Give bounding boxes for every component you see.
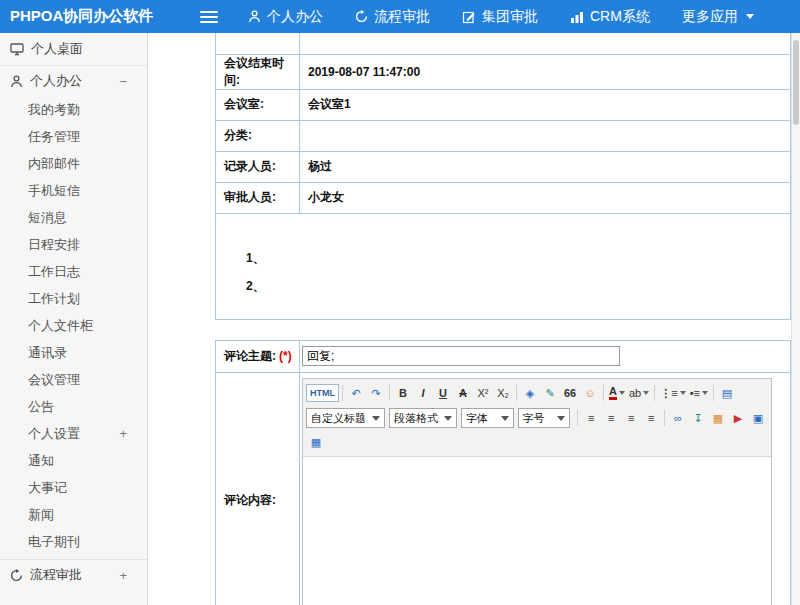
chevron-down-icon	[746, 14, 754, 19]
highlight-color-icon[interactable]: ab	[627, 383, 651, 403]
link-icon[interactable]: ∞	[668, 408, 688, 428]
nav-label: CRM系统	[590, 8, 650, 26]
sidebar-item-label: 工作计划	[28, 290, 80, 308]
nav-crm-system[interactable]: CRM系统	[570, 8, 650, 26]
unordered-list-icon[interactable]: •≡	[688, 383, 710, 403]
form-value: 会议室1	[300, 89, 791, 120]
table-row-partial	[216, 33, 791, 54]
font-family-dropdown[interactable]: 字体	[461, 408, 514, 428]
page-break-icon[interactable]: ▤	[717, 383, 737, 403]
subscript-icon[interactable]: X₂	[493, 383, 513, 403]
emoticon-icon[interactable]: ☺	[580, 383, 600, 403]
required-mark: (*)	[279, 349, 292, 363]
superscript-icon[interactable]: X²	[473, 383, 493, 403]
sidebar-item-label: 短消息	[28, 209, 67, 227]
sidebar-item-short-message[interactable]: 短消息	[0, 204, 147, 231]
image-icon[interactable]: ▦	[708, 408, 728, 428]
vertical-scrollbar[interactable]	[791, 33, 800, 605]
form-label: 审批人员:	[216, 182, 300, 213]
nav-group-approval[interactable]: 集团审批	[462, 8, 538, 26]
sidebar-item-file-cabinet[interactable]: 个人文件柜	[0, 312, 147, 339]
sidebar-item-memorabilia[interactable]: 大事记	[0, 474, 147, 501]
sidebar-item-meetings[interactable]: 会议管理	[0, 366, 147, 393]
html-source-button[interactable]: HTML	[306, 384, 339, 402]
sidebar-item-e-journal[interactable]: 电子期刊	[0, 528, 147, 555]
italic-icon[interactable]: I	[413, 383, 433, 403]
comment-content-editor-area[interactable]	[303, 457, 771, 605]
collapse-icon[interactable]: −	[119, 74, 147, 89]
anchor-icon[interactable]: ↧	[688, 408, 708, 428]
chevron-down-icon	[643, 391, 649, 395]
flash-icon[interactable]: ▶	[728, 408, 748, 428]
hamburger-bar	[200, 11, 218, 13]
sidebar-item-sms[interactable]: 手机短信	[0, 177, 147, 204]
heading-style-dropdown[interactable]: 自定义标题	[306, 408, 385, 428]
bold-icon[interactable]: B	[393, 383, 413, 403]
redo-icon[interactable]: ↷	[366, 383, 386, 403]
form-value: 杨过	[300, 151, 791, 182]
sidebar-item-tasks[interactable]: 任务管理	[0, 123, 147, 150]
sidebar-item-contacts[interactable]: 通讯录	[0, 339, 147, 366]
nav-process-approval[interactable]: 流程审批	[355, 8, 430, 26]
save-icon[interactable]: ▣	[748, 408, 768, 428]
dropdown-label: 字号	[523, 411, 545, 426]
remove-format-icon[interactable]: ◈	[520, 383, 540, 403]
sidebar-item-work-log[interactable]: 工作日志	[0, 258, 147, 285]
app-logo[interactable]: PHPOA协同办公软件	[0, 7, 186, 26]
sidebar-item-internal-mail[interactable]: 内部邮件	[0, 150, 147, 177]
person-icon	[10, 75, 23, 88]
dropdown-label: 段落格式	[394, 411, 438, 426]
toolbar-separator	[577, 410, 578, 426]
sidebar-item-attendance[interactable]: 我的考勤	[0, 96, 147, 123]
chevron-down-icon	[372, 416, 380, 421]
form-label: 会议室:	[216, 89, 300, 120]
align-right-icon[interactable]: ≡	[621, 408, 641, 428]
highlight-glyph: ab	[629, 388, 641, 399]
table-row: 审批人员: 小龙女	[216, 182, 791, 213]
strikethrough-icon[interactable]: A	[453, 383, 473, 403]
sidebar-item-label: 电子期刊	[28, 533, 80, 551]
scrollbar-thumb[interactable]	[793, 40, 799, 125]
hamburger-bar	[200, 21, 218, 23]
sidebar-section-process-approval[interactable]: 流程审批 +	[0, 560, 147, 590]
underline-icon[interactable]: U	[433, 383, 453, 403]
expand-icon[interactable]: +	[119, 426, 147, 441]
nav-more-apps[interactable]: 更多应用	[682, 8, 754, 26]
process-cycle-icon	[355, 10, 368, 23]
ordered-list-icon[interactable]: ⋮≡	[658, 383, 687, 403]
table-row-content: 1、 2、	[216, 213, 791, 319]
sidebar-item-work-plan[interactable]: 工作计划	[0, 285, 147, 312]
sidebar-section-personal-office[interactable]: 个人办公 −	[0, 66, 147, 96]
bar-chart-icon	[570, 10, 584, 24]
font-size-dropdown[interactable]: 字号	[518, 408, 571, 428]
sidebar-item-announcements[interactable]: 公告	[0, 393, 147, 420]
format-brush-icon[interactable]: ✎	[540, 383, 560, 403]
ordered-list-glyph: ⋮≡	[660, 388, 677, 399]
sidebar-item-label: 会议管理	[28, 371, 80, 389]
font-color-icon[interactable]: A	[607, 383, 627, 403]
hamburger-icon[interactable]	[200, 11, 218, 23]
sidebar-item-desktop[interactable]: 个人桌面	[0, 33, 147, 66]
sidebar-item-notifications[interactable]: 通知	[0, 447, 147, 474]
comment-subject-input[interactable]	[302, 346, 620, 366]
sidebar-item-news[interactable]: 新闻	[0, 501, 147, 528]
toolbar-separator	[603, 385, 604, 401]
table-icon[interactable]: ▦	[306, 432, 326, 452]
nav-personal-office[interactable]: 个人办公	[248, 8, 323, 26]
sidebar-item-personal-settings[interactable]: 个人设置 +	[0, 420, 147, 447]
toolbar-row-3: ▦	[306, 431, 768, 454]
align-center-icon[interactable]: ≡	[601, 408, 621, 428]
paragraph-format-dropdown[interactable]: 段落格式	[389, 408, 457, 428]
expand-icon[interactable]: +	[119, 568, 147, 583]
blockquote-icon[interactable]: 66	[560, 383, 580, 403]
align-left-icon[interactable]: ≡	[581, 408, 601, 428]
undo-icon[interactable]: ↶	[346, 383, 366, 403]
form-label: 会议结束时间:	[216, 54, 300, 89]
comment-content-label-cell: 评论内容:	[216, 372, 300, 605]
sidebar-item-schedule[interactable]: 日程安排	[0, 231, 147, 258]
sidebar-item-label: 任务管理	[28, 128, 80, 146]
toolbar-row-1: HTML ↶ ↷ B I U A X² X₂	[306, 381, 768, 406]
sidebar-item-label: 个人文件柜	[28, 317, 93, 335]
sidebar-item-label: 公告	[28, 398, 54, 416]
align-justify-icon[interactable]: ≡	[641, 408, 661, 428]
